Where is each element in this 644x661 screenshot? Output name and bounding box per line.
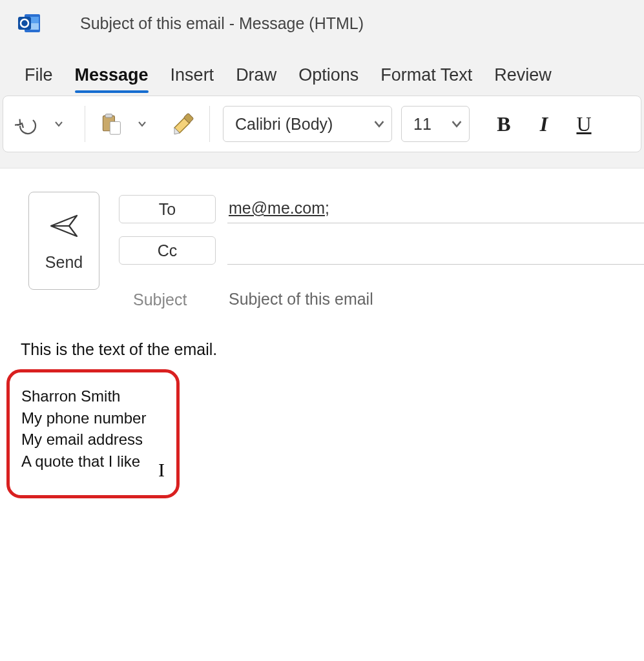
tab-draw[interactable]: Draw xyxy=(236,65,276,92)
tab-format-text[interactable]: Format Text xyxy=(380,65,472,92)
italic-button[interactable]: I xyxy=(528,106,560,142)
text-cursor-icon: I xyxy=(158,456,165,483)
svg-rect-6 xyxy=(105,114,112,117)
font-size-combo[interactable]: 11 xyxy=(401,106,470,142)
ribbon-tabs: File Message Insert Draw Options Format … xyxy=(0,46,644,92)
send-icon xyxy=(48,210,79,241)
chevron-down-icon xyxy=(373,118,385,130)
undo-dropdown[interactable] xyxy=(46,106,72,142)
font-name-combo[interactable]: Calibri (Body) xyxy=(223,106,392,142)
to-field[interactable] xyxy=(227,195,644,223)
paste-dropdown[interactable] xyxy=(129,106,155,142)
tab-review[interactable]: Review xyxy=(494,65,552,92)
svg-rect-7 xyxy=(110,121,120,134)
signature-line: My email address xyxy=(21,429,165,451)
toolbar-separator xyxy=(85,106,85,142)
tab-options[interactable]: Options xyxy=(298,65,358,92)
chevron-down-icon xyxy=(451,118,462,130)
undo-button[interactable] xyxy=(15,106,41,142)
ribbon-toolbar: Calibri (Body) 11 B I U xyxy=(3,96,641,152)
cc-field[interactable] xyxy=(227,236,644,265)
bold-button[interactable]: B xyxy=(488,106,520,142)
subject-field[interactable] xyxy=(227,286,644,314)
window-title: Subject of this email - Message (HTML) xyxy=(80,14,364,33)
signature-highlight-box: Sharron Smith My phone number My email a… xyxy=(6,369,180,498)
body-text-line: This is the text of the email. xyxy=(21,340,623,359)
send-button-label: Send xyxy=(45,253,83,272)
paste-button[interactable] xyxy=(98,106,124,142)
font-size-label: 11 xyxy=(413,115,431,134)
signature-line: Sharron Smith xyxy=(21,385,165,407)
tab-message[interactable]: Message xyxy=(75,65,149,92)
cc-button[interactable]: Cc xyxy=(119,236,216,265)
to-button[interactable]: To xyxy=(119,195,216,223)
signature-line: A quote that I like xyxy=(21,451,165,473)
font-name-label: Calibri (Body) xyxy=(235,115,333,134)
send-button[interactable]: Send xyxy=(28,192,99,290)
underline-button[interactable]: U xyxy=(568,106,600,142)
subject-label: Subject xyxy=(119,290,216,309)
format-painter-button[interactable] xyxy=(168,106,196,142)
addressing-area: Send To Cc Subject xyxy=(0,168,644,317)
email-body[interactable]: This is the text of the email. Sharron S… xyxy=(0,317,644,498)
tab-file[interactable]: File xyxy=(25,65,53,92)
toolbar-separator xyxy=(209,106,210,142)
tab-insert[interactable]: Insert xyxy=(171,65,214,92)
outlook-icon xyxy=(18,12,41,35)
window-titlebar: Subject of this email - Message (HTML) xyxy=(0,0,644,46)
signature-line: My phone number xyxy=(21,407,165,429)
compose-panel: Send To Cc Subject This is the text of t… xyxy=(0,168,644,661)
